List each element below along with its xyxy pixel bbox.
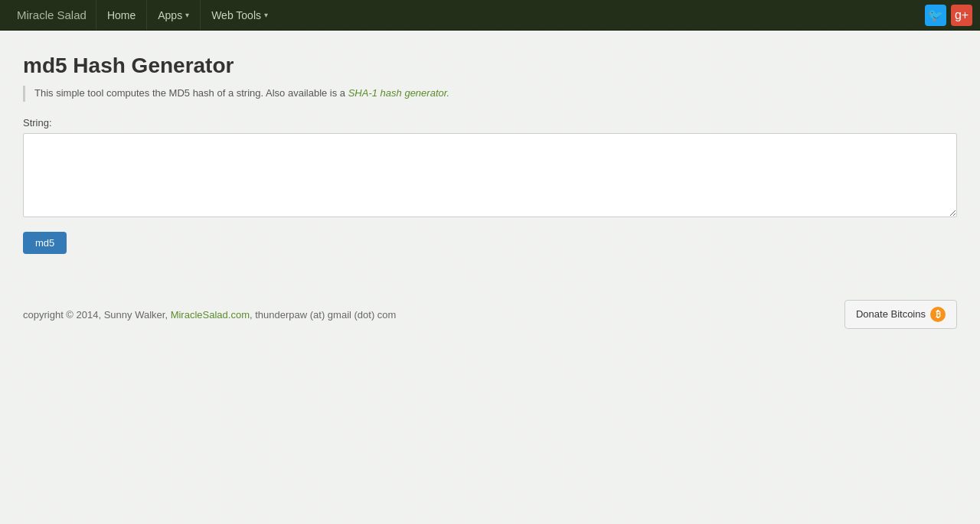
nav-links: Home Apps ▾ Web Tools ▾ [96, 0, 279, 30]
copyright-prefix: copyright © 2014, Sunny Walker, [23, 309, 171, 321]
nav-web-tools[interactable]: Web Tools ▾ [200, 0, 279, 30]
copyright-text: copyright © 2014, Sunny Walker, MiracleS… [23, 309, 396, 321]
site-link[interactable]: MiracleSalad.com [171, 309, 250, 321]
md5-button[interactable]: md5 [23, 232, 67, 254]
description-block: This simple tool computes the MD5 hash o… [23, 86, 957, 102]
nav-web-tools-label: Web Tools [211, 9, 261, 21]
main-content: md5 Hash Generator This simple tool comp… [0, 31, 980, 524]
nav-home[interactable]: Home [96, 0, 146, 30]
bitcoin-icon: ₿ [930, 307, 946, 322]
string-label: String: [23, 117, 957, 129]
web-tools-dropdown-arrow: ▾ [264, 11, 268, 19]
bitcoin-symbol: ₿ [936, 309, 941, 320]
navbar: Miracle Salad Home Apps ▾ Web Tools ▾ 🐦 … [0, 0, 980, 31]
nav-home-label: Home [107, 9, 136, 21]
nav-apps-label: Apps [158, 9, 182, 21]
apps-dropdown-arrow: ▾ [185, 11, 189, 19]
twitter-icon[interactable]: 🐦 [925, 5, 946, 26]
brand-link[interactable]: Miracle Salad [8, 8, 96, 21]
twitter-icon-symbol: 🐦 [928, 8, 943, 22]
description-text: This simple tool computes the MD5 hash o… [34, 86, 957, 102]
nav-apps[interactable]: Apps ▾ [146, 0, 200, 30]
footer: copyright © 2014, Sunny Walker, MiracleS… [23, 300, 957, 329]
donate-label: Donate Bitcoins [856, 308, 926, 320]
googleplus-icon[interactable]: g+ [951, 5, 972, 26]
contact-text: , thunderpaw (at) gmail (dot) com [250, 309, 396, 321]
sha1-link[interactable]: SHA-1 hash generator. [348, 87, 449, 99]
copyright-container: copyright © 2014, Sunny Walker, MiracleS… [23, 308, 396, 321]
description-intro: This simple tool computes the MD5 hash o… [34, 87, 348, 99]
page-title: md5 Hash Generator [23, 54, 957, 78]
string-textarea[interactable] [23, 133, 957, 217]
nav-right: 🐦 g+ [925, 5, 972, 26]
donate-button[interactable]: Donate Bitcoins ₿ [844, 300, 957, 329]
googleplus-icon-symbol: g+ [955, 8, 969, 22]
